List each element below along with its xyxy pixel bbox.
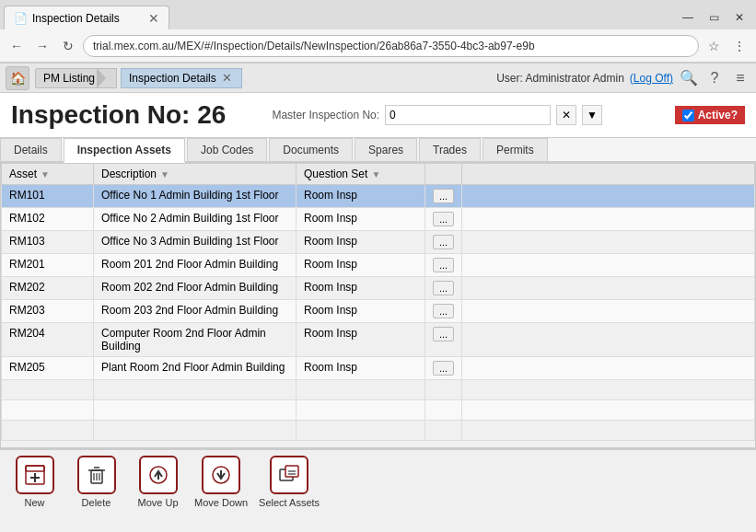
sort-icon-qs: ▼ (371, 169, 380, 179)
master-insp-label: Master Inspection No: (272, 109, 379, 121)
table-row[interactable]: RM102Office No 2 Admin Building 1st Floo… (2, 208, 755, 231)
active-badge: Active? (675, 106, 745, 124)
cell-spacer (462, 357, 755, 380)
question-set-btn[interactable]: ... (433, 304, 454, 318)
tab-icon: 📄 (14, 12, 28, 25)
master-insp-clear-btn[interactable]: ✕ (556, 105, 576, 125)
cell-question-set: Room Insp (297, 208, 425, 231)
svg-rect-1 (26, 466, 44, 471)
tab-close-btn[interactable]: ✕ (148, 11, 159, 26)
cell-asset: RM201 (2, 254, 94, 277)
back-btn[interactable]: ← (6, 35, 28, 57)
table-row[interactable]: RM101Office No 1 Admin Building 1st Floo… (2, 185, 755, 208)
toolbar-right: User: Administrator Admin (Log Off) 🔍 ? … (496, 68, 750, 88)
table-row[interactable]: RM204Computer Room 2nd Floor Admin Build… (2, 323, 755, 357)
new-label: New (24, 497, 44, 508)
col-header-spacer (462, 164, 755, 185)
tab-title: Inspection Details (32, 12, 141, 25)
tab-spares[interactable]: Spares (355, 138, 417, 161)
browser-tab[interactable]: 📄 Inspection Details ✕ (4, 6, 169, 29)
cell-question-set: Room Insp (297, 185, 425, 208)
select-assets-btn[interactable]: Select Assets (259, 456, 320, 508)
cell-action: ... (425, 323, 462, 357)
cell-question-set: Room Insp (297, 277, 425, 300)
breadcrumb-inspection-details[interactable]: Inspection Details ✕ (121, 68, 242, 88)
maximize-btn[interactable]: ▭ (701, 7, 727, 28)
question-set-btn[interactable]: ... (433, 189, 454, 203)
tab-documents[interactable]: Documents (269, 138, 353, 161)
delete-btn[interactable]: Delete (71, 456, 122, 508)
menu-icon[interactable]: ⋮ (728, 35, 750, 57)
col-header-question-set[interactable]: Question Set ▼ (297, 164, 425, 185)
cell-asset: RM205 (2, 357, 94, 380)
question-set-btn[interactable]: ... (433, 361, 454, 376)
question-set-btn[interactable]: ... (433, 281, 454, 295)
cell-question-set: Room Insp (297, 231, 425, 254)
empty-row (2, 421, 755, 441)
home-btn[interactable]: 🏠 (6, 66, 29, 90)
master-insp-input[interactable] (385, 105, 551, 125)
empty-row (2, 380, 755, 400)
tab-permits[interactable]: Permits (483, 138, 548, 161)
help-icon-btn[interactable]: ? (704, 68, 725, 88)
question-set-btn[interactable]: ... (433, 212, 454, 226)
move-up-btn-icon (139, 456, 178, 494)
tab-inspection-assets[interactable]: Inspection Assets (64, 138, 185, 163)
minimize-btn[interactable]: — (675, 7, 701, 28)
table-row[interactable]: RM103Office No 3 Admin Building 1st Floo… (2, 231, 755, 254)
table-header-row: Asset ▼ Description ▼ Question Set ▼ (2, 164, 755, 185)
hamburger-menu-btn[interactable]: ≡ (730, 68, 750, 88)
move-up-btn[interactable]: Move Up (133, 456, 183, 508)
bookmark-icon[interactable]: ☆ (703, 35, 725, 57)
cell-description: Room 203 2nd Floor Admin Building (94, 300, 297, 323)
move-down-btn[interactable]: Move Down (194, 456, 248, 508)
question-set-btn[interactable]: ... (433, 258, 454, 272)
col-header-description[interactable]: Description ▼ (94, 164, 297, 185)
move-down-btn-icon (202, 456, 240, 494)
table-row[interactable]: RM202Room 202 2nd Floor Admin BuildingRo… (2, 277, 755, 300)
cell-action: ... (425, 208, 462, 231)
move-up-label: Move Up (137, 497, 178, 508)
cell-asset: RM102 (2, 208, 94, 231)
breadcrumb-pm-listing[interactable]: PM Listing (35, 68, 117, 88)
question-set-btn[interactable]: ... (433, 235, 454, 249)
cell-spacer (462, 185, 755, 208)
col-header-asset[interactable]: Asset ▼ (2, 164, 94, 185)
inspection-header: Inspection No: 26 Master Inspection No: … (11, 100, 745, 130)
cell-action: ... (425, 300, 462, 323)
table-body: RM101Office No 1 Admin Building 1st Floo… (2, 185, 755, 441)
master-insp-dropdown-btn[interactable]: ▼ (582, 105, 602, 125)
cell-description: Office No 2 Admin Building 1st Floor (94, 208, 297, 231)
refresh-btn[interactable]: ↻ (57, 35, 79, 57)
cell-description: Office No 3 Admin Building 1st Floor (94, 231, 297, 254)
active-label: Active? (698, 109, 738, 121)
breadcrumbs: PM Listing Inspection Details ✕ (35, 68, 496, 88)
breadcrumb-close-btn[interactable]: ✕ (222, 71, 232, 85)
forward-btn[interactable]: → (31, 35, 53, 57)
app-toolbar: 🏠 PM Listing Inspection Details ✕ User: … (0, 64, 756, 93)
breadcrumb-label: Inspection Details (129, 72, 216, 85)
question-set-btn[interactable]: ... (433, 327, 454, 341)
assets-table: Asset ▼ Description ▼ Question Set ▼ (1, 163, 755, 441)
inspection-title: Inspection No: 26 (11, 100, 226, 130)
tab-trades[interactable]: Trades (419, 138, 481, 161)
table-row[interactable]: RM205Plant Room 2nd Floor Admin Building… (2, 357, 755, 380)
active-checkbox[interactable] (682, 110, 694, 121)
cell-spacer (462, 231, 755, 254)
cell-question-set: Room Insp (297, 357, 425, 380)
cell-question-set: Room Insp (297, 323, 425, 357)
col-header-action (425, 164, 462, 185)
tab-job-codes[interactable]: Job Codes (187, 138, 267, 161)
logoff-link[interactable]: (Log Off) (630, 72, 673, 85)
table-row[interactable]: RM201Room 201 2nd Floor Admin BuildingRo… (2, 254, 755, 277)
close-btn[interactable]: ✕ (727, 7, 752, 28)
tab-details[interactable]: Details (0, 138, 62, 161)
address-bar: ← → ↻ ☆ ⋮ (0, 29, 756, 63)
search-icon-btn[interactable]: 🔍 (679, 68, 699, 88)
cell-description: Office No 1 Admin Building 1st Floor (94, 185, 297, 208)
cell-action: ... (425, 277, 462, 300)
table-row[interactable]: RM203Room 203 2nd Floor Admin BuildingRo… (2, 300, 755, 323)
sort-icon-desc: ▼ (160, 169, 169, 179)
new-btn[interactable]: New (9, 456, 60, 508)
address-input[interactable] (83, 35, 699, 57)
